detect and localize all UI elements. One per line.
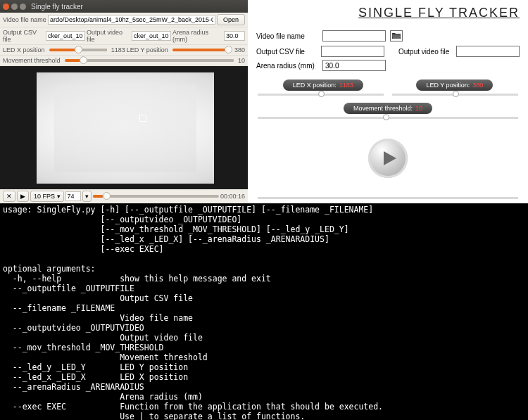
playback-bar: ✕ ▶ 10 FPS ▾ ▾ 00:00:16 (0, 189, 248, 203)
value-movement-threshold: 10 (238, 57, 245, 64)
web-input-video-file[interactable] (322, 30, 386, 42)
value-led-y: 380 (234, 46, 245, 53)
web-slider-movement-threshold[interactable] (258, 117, 518, 119)
web-label-output-csv: Output CSV file (256, 48, 318, 56)
web-slider-led-x[interactable] (258, 94, 384, 96)
arena-frame (37, 72, 214, 184)
pill-movement-threshold: Movement threshold:10 (344, 103, 432, 114)
web-label-arena: Arena radius (mm) (256, 62, 318, 70)
window-minimize-button[interactable] (11, 4, 18, 10)
label-output-csv: Output CSV file (3, 29, 44, 43)
input-arena-radius[interactable] (224, 31, 245, 41)
web-mov-pill-row: Movement threshold:10 (256, 103, 520, 114)
stop-button[interactable]: ✕ (3, 191, 15, 202)
frame-input[interactable] (65, 191, 81, 201)
fps-selector[interactable]: 10 FPS ▾ (30, 191, 64, 202)
web-input-arena[interactable] (322, 60, 386, 71)
row-led-positions: LED X position 1183 LED Y position 380 (0, 45, 248, 56)
row-movement-threshold: Movement threshold 10 (0, 56, 248, 66)
window-close-button[interactable] (3, 4, 9, 10)
label-movement-threshold: Movement threshold (3, 57, 61, 64)
window-titlebar: Single fly tracker (0, 0, 248, 13)
open-button[interactable]: Open (217, 14, 245, 25)
pill-led-x: LED X position:1183 (283, 79, 363, 91)
web-label-video-file: Video file name (256, 32, 318, 40)
web-play-area (256, 123, 520, 193)
page-title: SINGLE FLY TRACKER (256, 0, 520, 30)
folder-open-icon[interactable] (390, 30, 403, 42)
label-video-file: Video file name (3, 16, 46, 23)
input-video-file[interactable] (48, 15, 215, 25)
row-video-file: Video file name Open (0, 13, 248, 27)
web-label-output-video: Output video file (398, 48, 453, 56)
web-input-output-video[interactable] (456, 46, 520, 57)
label-arena-radius: Arena radius (mm) (172, 29, 222, 43)
web-row-arena: Arena radius (mm) (256, 60, 520, 71)
tracking-marker (139, 115, 146, 122)
label-output-video: Output video file (87, 29, 130, 43)
web-row-video-file: Video file name (256, 30, 520, 42)
label-led-y: LED Y position (127, 46, 168, 53)
web-slider-led-y[interactable] (392, 94, 518, 96)
row-outputs: Output CSV file Output video file Arena … (0, 27, 248, 45)
web-led-pill-row: LED X position:1183 LED Y position:380 (256, 79, 520, 91)
play-big-button[interactable] (368, 139, 408, 178)
progress-slider[interactable] (93, 195, 219, 198)
desktop-app-window: Single fly tracker Video file name Open … (0, 0, 248, 203)
web-row-outputs: Output CSV file Output video file (256, 46, 520, 57)
frame-stepper[interactable]: ▾ (82, 191, 92, 202)
pill-led-y: LED Y position:380 (416, 79, 493, 91)
play-icon (381, 150, 398, 167)
web-app-panel: SINGLE FLY TRACKER Video file name Outpu… (248, 0, 528, 203)
play-button[interactable]: ▶ (17, 191, 29, 202)
web-bottom-slider[interactable] (258, 197, 518, 199)
window-title: Single fly tracker (31, 3, 83, 11)
input-output-video[interactable] (132, 31, 171, 41)
web-input-output-csv[interactable] (321, 46, 384, 57)
value-led-x: 1183 (111, 46, 125, 53)
video-viewer (0, 66, 248, 189)
slider-movement-threshold[interactable] (65, 59, 234, 62)
input-output-csv[interactable] (46, 31, 85, 41)
slider-led-y[interactable] (172, 49, 230, 51)
timecode: 00:00:16 (220, 193, 245, 200)
slider-led-x[interactable] (49, 49, 107, 51)
terminal-output: usage: SingleFly.py [-h] [--_outputfile … (0, 203, 528, 420)
window-maximize-button[interactable] (20, 4, 26, 10)
label-led-x: LED X position (3, 46, 45, 53)
